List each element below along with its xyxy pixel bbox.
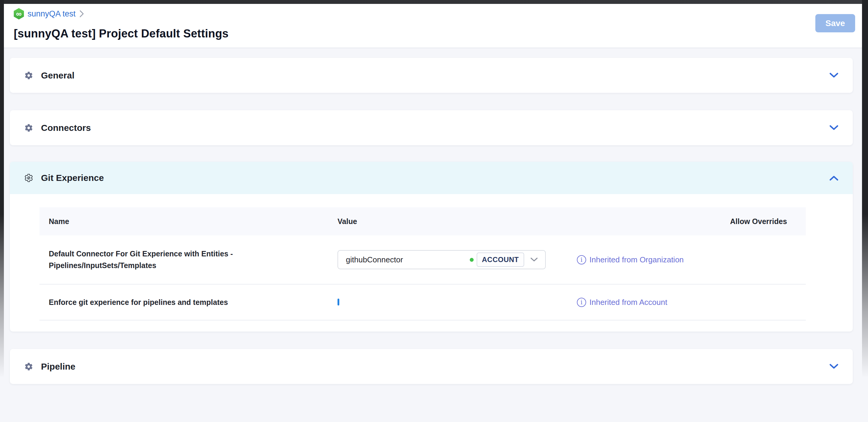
info-icon: i: [577, 255, 586, 264]
column-header-allow-overrides: Allow Overrides: [730, 217, 806, 226]
save-button[interactable]: Save: [815, 14, 855, 32]
chevron-down-icon[interactable]: [829, 364, 838, 369]
info-icon: i: [577, 298, 586, 307]
section-card-connectors: Connectors: [10, 110, 853, 145]
section-title-pipeline: Pipeline: [41, 362, 75, 372]
inherited-from-organization-link[interactable]: i Inherited from Organization: [577, 255, 730, 264]
breadcrumb-project-link[interactable]: sunnyQA test: [28, 9, 76, 19]
setting-name: Enforce git experience for pipelines and…: [49, 297, 258, 308]
accordion-header-pipeline[interactable]: Pipeline: [10, 349, 853, 384]
gear-icon: [24, 362, 33, 371]
setting-name: Default Connector For Git Experience wit…: [49, 248, 258, 271]
settings-content: General Connectors Git Experience: [4, 48, 862, 422]
table-row: Default Connector For Git Experience wit…: [39, 235, 806, 284]
page-title: [sunnyQA test] Project Default Settings: [14, 27, 228, 40]
screenshot-top-edge: [0, 0, 868, 4]
column-header-name: Name: [39, 217, 338, 226]
section-title-git-experience: Git Experience: [41, 173, 104, 183]
gear-icon: [24, 71, 33, 80]
section-card-pipeline: Pipeline: [10, 349, 853, 384]
page-header: ∞ sunnyQA test [sunnyQA test] Project De…: [4, 4, 862, 48]
section-title-connectors: Connectors: [41, 123, 91, 133]
table-header-row: Name Value Allow Overrides: [39, 207, 806, 235]
scope-badge: ACCOUNT: [477, 252, 525, 267]
enforce-git-experience-checkbox[interactable]: [338, 299, 339, 306]
chevron-up-icon[interactable]: [829, 175, 838, 181]
gear-icon: [24, 123, 33, 132]
inherited-cell: i Inherited from Organization: [577, 255, 730, 264]
setting-value-cell: githubConnector ACCOUNT: [338, 250, 577, 269]
accordion-header-general[interactable]: General: [10, 58, 853, 93]
inherited-label: Inherited from Organization: [589, 255, 684, 264]
inherited-cell: i Inherited from Account: [577, 298, 730, 307]
table-row: Enforce git experience for pipelines and…: [39, 284, 806, 320]
git-experience-gear-icon: [24, 173, 33, 182]
section-card-git-experience: Git Experience Name Value Allow Override…: [10, 162, 853, 332]
chevron-down-icon[interactable]: [829, 73, 838, 78]
setting-name-cell: Default Connector For Git Experience wit…: [39, 248, 338, 271]
screenshot-right-edge: [862, 0, 868, 389]
accordion-header-connectors[interactable]: Connectors: [10, 110, 853, 145]
breadcrumb: ∞ sunnyQA test: [14, 8, 84, 20]
select-chevron-down-icon[interactable]: [524, 257, 538, 262]
inherited-label: Inherited from Account: [589, 298, 667, 307]
selected-connector-name: githubConnector: [346, 255, 470, 264]
chevron-right-icon: [79, 10, 84, 18]
section-card-general: General: [10, 58, 853, 93]
connectivity-status-dot: [470, 258, 474, 262]
inherited-from-account-link[interactable]: i Inherited from Account: [577, 298, 730, 307]
setting-name-cell: Enforce git experience for pipelines and…: [39, 297, 338, 308]
chevron-down-icon[interactable]: [829, 125, 838, 131]
project-icon: ∞: [14, 8, 24, 20]
project-default-settings-page: ∞ sunnyQA test [sunnyQA test] Project De…: [0, 0, 868, 422]
column-header-value: Value: [338, 217, 577, 226]
section-title-general: General: [41, 71, 74, 81]
git-experience-settings-table: Name Value Allow Overrides Default Conne…: [39, 207, 806, 320]
screenshot-left-edge: [0, 0, 4, 389]
default-connector-select[interactable]: githubConnector ACCOUNT: [338, 250, 546, 269]
accordion-header-git-experience[interactable]: Git Experience: [10, 162, 853, 194]
setting-value-cell: [338, 300, 577, 305]
